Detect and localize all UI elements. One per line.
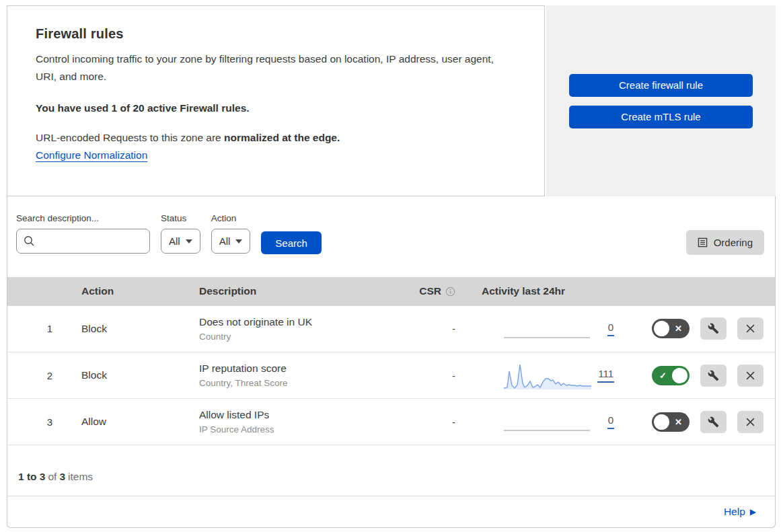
rule-description-title: Does not originate in UK: [199, 316, 394, 328]
ordering-label: Ordering: [714, 237, 753, 248]
search-input[interactable]: [16, 229, 150, 254]
edit-rule-button[interactable]: [700, 317, 727, 340]
normalization-prefix: URL-encoded Requests to this zone are: [36, 132, 224, 143]
edit-rule-button[interactable]: [700, 411, 727, 433]
table-row: 3 Allow Allow listed IPs IP Source Addre…: [7, 399, 775, 445]
filter-bar: Search description... Status All Action …: [7, 196, 775, 277]
close-icon: [745, 371, 755, 381]
header-description: Description: [189, 285, 394, 297]
rule-csr: -: [394, 323, 465, 334]
rule-activity: 0: [465, 306, 620, 352]
toggle-state-icon: ✓: [654, 371, 672, 380]
rule-description-title: Allow listed IPs: [199, 409, 394, 421]
usage-note: You have used 1 of 20 active Firewall ru…: [36, 102, 516, 114]
help-label: Help: [724, 506, 745, 518]
toggle-state-icon: ✕: [669, 418, 687, 426]
table-row: 1 Block Does not originate in UK Country…: [7, 306, 775, 352]
rule-priority: 1: [7, 323, 68, 334]
wrench-icon: [708, 416, 719, 428]
page-title: Firewall rules: [36, 26, 516, 42]
actions-panel: Create firewall rule Create mTLS rule: [546, 5, 776, 196]
rule-action: Block: [68, 369, 189, 381]
total-text: 3: [59, 471, 65, 482]
rules-list-card: Search description... Status All Action …: [7, 196, 776, 528]
create-mtls-rule-button[interactable]: Create mTLS rule: [569, 106, 753, 128]
action-value: All: [219, 235, 231, 247]
action-filter-group: Action All: [211, 213, 251, 254]
header-activity: Activity last 24hr: [465, 285, 620, 297]
search-field-group: Search description...: [16, 213, 150, 254]
range-text: 1 to 3: [18, 471, 45, 482]
rule-description: Allow listed IPs IP Source Address: [189, 409, 394, 434]
rule-description: Does not originate in UK Country: [189, 316, 394, 342]
rule-fields: Country: [199, 332, 394, 342]
enable-toggle[interactable]: ✕: [652, 319, 690, 338]
top-section: Firewall rules Control incoming traffic …: [7, 5, 776, 196]
rule-description-title: IP reputation score: [199, 363, 394, 375]
info-icon[interactable]: [445, 287, 455, 297]
activity-count-link[interactable]: 111: [597, 368, 614, 383]
search-icon: [24, 235, 35, 247]
toggle-knob: [654, 414, 669, 430]
header-csr-label: CSR: [419, 285, 441, 297]
header-csr: CSR: [394, 285, 465, 297]
rule-fields: Country, Threat Score: [199, 378, 394, 388]
chevron-down-icon: [235, 239, 242, 243]
activity-sparkline: [504, 360, 591, 391]
rule-controls: ✓: [620, 365, 775, 387]
status-value: All: [169, 235, 180, 247]
activity-count-link[interactable]: 0: [607, 321, 614, 336]
rule-csr: -: [394, 416, 465, 428]
configure-normalization-link[interactable]: Configure Normalization: [36, 149, 147, 161]
header-action: Action: [68, 285, 189, 297]
table-row: 2 Block IP reputation score Country, Thr…: [7, 352, 775, 399]
rule-controls: ✕: [620, 317, 775, 340]
rule-priority: 3: [7, 416, 68, 428]
edit-rule-button[interactable]: [700, 365, 727, 387]
wrench-icon: [708, 323, 719, 334]
pagination-summary: 1 to 3of3items: [7, 445, 775, 496]
status-label: Status: [161, 213, 200, 223]
delete-rule-button[interactable]: [737, 411, 764, 433]
help-bar: Help ▶: [7, 496, 775, 527]
table-header: Action Description CSR Activity last 24h…: [7, 277, 775, 306]
toggle-knob: [654, 321, 669, 336]
delete-rule-button[interactable]: [737, 317, 764, 340]
create-firewall-rule-button[interactable]: Create firewall rule: [569, 74, 753, 97]
action-dropdown[interactable]: All: [211, 229, 251, 254]
of-text: of: [48, 471, 57, 482]
enable-toggle[interactable]: ✓: [652, 366, 690, 385]
toggle-state-icon: ✕: [669, 324, 687, 333]
rule-activity: 0: [465, 399, 620, 445]
sparkline-flat: [504, 337, 590, 338]
rule-action: Allow: [68, 416, 189, 428]
rule-priority: 2: [7, 370, 68, 381]
list-document-icon: [698, 237, 708, 248]
sparkline-flat: [504, 430, 590, 431]
chevron-down-icon: [186, 239, 192, 243]
page-description: Control incoming traffic to your zone by…: [36, 50, 507, 85]
ordering-button[interactable]: Ordering: [686, 230, 764, 255]
activity-count-link[interactable]: 0: [607, 414, 614, 429]
close-icon: [745, 324, 755, 334]
intro-card: Firewall rules Control incoming traffic …: [7, 5, 545, 196]
normalization-bold: normalized at the edge.: [224, 132, 340, 143]
items-text: items: [68, 471, 93, 482]
status-dropdown[interactable]: All: [161, 229, 200, 254]
rule-fields: IP Source Address: [199, 424, 394, 434]
rule-description: IP reputation score Country, Threat Scor…: [189, 363, 394, 388]
wrench-icon: [708, 370, 719, 381]
enable-toggle[interactable]: ✕: [652, 412, 690, 432]
help-link[interactable]: Help ▶: [724, 506, 756, 518]
toggle-knob: [672, 368, 687, 383]
delete-rule-button[interactable]: [737, 365, 764, 387]
firewall-rules-page: Firewall rules Control incoming traffic …: [0, 0, 781, 532]
status-filter-group: Status All: [161, 213, 200, 254]
rule-action: Block: [68, 323, 189, 335]
search-button[interactable]: Search: [261, 231, 322, 254]
rule-controls: ✕: [620, 411, 775, 433]
close-icon: [745, 417, 755, 427]
arrow-right-icon: ▶: [750, 507, 756, 517]
normalization-note: URL-encoded Requests to this zone are no…: [36, 132, 516, 144]
rule-activity: 111: [465, 352, 620, 398]
